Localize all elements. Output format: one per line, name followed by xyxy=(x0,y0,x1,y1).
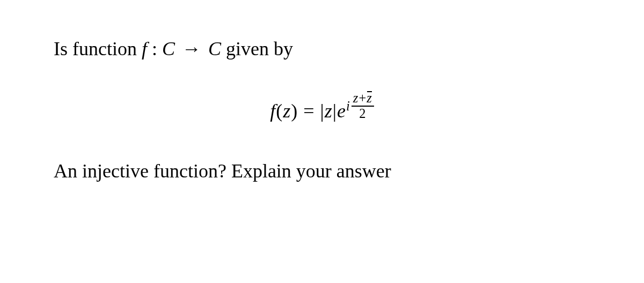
eq-numerator: z+z xyxy=(352,91,374,107)
symbol-C-codomain: C xyxy=(208,38,221,59)
eq-plus: + xyxy=(358,91,367,105)
eq-abs-open: | xyxy=(320,100,325,122)
eq-denominator: 2 xyxy=(352,107,374,121)
eq-exponent: iz+z2 xyxy=(346,92,374,122)
eq-num-zbar: z xyxy=(367,91,372,106)
symbol-f: f xyxy=(142,38,147,59)
eq-z-arg: z xyxy=(283,100,291,122)
eq-fraction: z+z2 xyxy=(352,91,374,121)
arrow-icon: → xyxy=(182,38,201,59)
eq-abs-close: | xyxy=(333,100,337,122)
space xyxy=(203,38,208,59)
eq-e: e xyxy=(337,100,346,122)
colon: : xyxy=(147,38,162,59)
eq-equals: = xyxy=(298,100,320,122)
question-line-1: Is function f : C → C given by xyxy=(54,38,590,60)
equation: f(z) = |z|eiz+z2 xyxy=(270,92,374,122)
question-line-3: An injective function? Explain your answ… xyxy=(54,160,590,182)
equation-line: f(z) = |z|eiz+z2 xyxy=(54,92,590,122)
eq-paren-open: ( xyxy=(276,100,283,122)
symbol-C-domain: C xyxy=(162,38,175,59)
eq-f: f xyxy=(270,100,276,122)
eq-paren-close: ) xyxy=(291,100,298,122)
space xyxy=(175,38,180,59)
eq-num-z: z xyxy=(353,91,359,105)
text-is-function: Is function xyxy=(54,38,142,59)
eq-z-abs: z xyxy=(325,100,333,122)
text-injective-question: An injective function? Explain your answ… xyxy=(54,160,391,182)
eq-i: i xyxy=(346,99,350,113)
text-given-by: given by xyxy=(221,38,293,59)
